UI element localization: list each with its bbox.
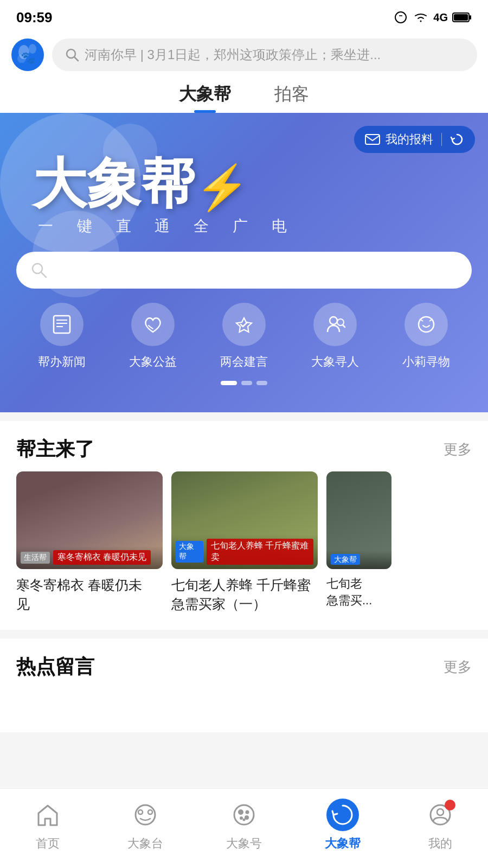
svg-point-26 <box>138 810 143 814</box>
nav-home-icon <box>31 799 64 831</box>
dot-2 <box>241 381 252 385</box>
svg-point-19 <box>330 317 337 324</box>
banner-subtitle: 一 键 直 通 全 广 电 <box>38 216 472 237</box>
quick-icon-gongyi[interactable]: 大象公益 <box>129 303 177 370</box>
gongyi-label: 大象公益 <box>129 354 177 370</box>
svg-point-31 <box>240 816 243 820</box>
svg-point-25 <box>136 805 155 825</box>
news-card-1-overlay: 生活帮 寒冬寄棉衣 春暖仍未见 <box>16 546 163 569</box>
nav-daxiangbang-icon <box>326 799 359 831</box>
hot-comments-more[interactable]: 更多 <box>444 658 472 676</box>
xunwu-icon <box>404 303 448 346</box>
badge-dot <box>445 800 455 810</box>
quick-icon-lianghui[interactable]: 两会建言 <box>220 303 268 370</box>
hot-comments-section: 热点留言 更多 <box>0 639 488 732</box>
svg-line-11 <box>74 57 78 61</box>
nav-daxianghao-icon <box>228 799 260 831</box>
svg-line-21 <box>343 325 345 327</box>
svg-rect-4 <box>454 14 468 21</box>
carousel-dots <box>16 381 472 385</box>
nav-daxianghao[interactable]: 大象号 <box>226 799 262 852</box>
xunren-icon <box>313 303 357 346</box>
svg-text:🐾: 🐾 <box>21 50 36 65</box>
svg-line-14 <box>41 272 46 277</box>
bangban-icon <box>40 303 84 346</box>
banner: 我的报料 大象帮⚡ 一 键 直 通 全 广 电 <box>0 113 488 412</box>
svg-point-28 <box>234 805 254 825</box>
envelope-icon <box>365 133 380 145</box>
bangzhu-section: 帮主来了 更多 生活帮 寒冬寄棉衣 春暖仍未见 <box>0 421 488 630</box>
lianghui-label: 两会建言 <box>220 354 268 370</box>
banner-search[interactable] <box>16 252 472 289</box>
source-tag-1: 生活帮 <box>21 552 50 564</box>
quick-icon-xunwu[interactable]: 小莉寻物 <box>402 303 450 370</box>
banner-main-title: 大象帮⚡ <box>33 156 472 210</box>
nav-home-label: 首页 <box>36 835 60 852</box>
news-card-1[interactable]: 生活帮 寒冬寄棉衣 春暖仍未见 寒冬寄棉衣 春暖仍未见 <box>16 471 163 614</box>
status-bar: 09:59 4G <box>0 0 488 33</box>
nav-daxiangtai-label: 大象台 <box>127 835 163 852</box>
svg-point-22 <box>419 317 434 332</box>
app-logo[interactable]: 🐾 <box>11 38 44 72</box>
divider <box>441 133 442 146</box>
hot-comments-title: 热点留言 <box>16 654 94 680</box>
network-type: 4G <box>433 11 448 24</box>
lightning-icon: ⚡ <box>195 163 249 212</box>
svg-rect-12 <box>365 135 380 144</box>
hot-comments-header: 热点留言 更多 <box>0 639 488 689</box>
my-report-label: 我的报料 <box>386 131 433 148</box>
news-tag-1: 寒冬寄棉衣 春暖仍未见 <box>53 550 151 565</box>
status-icons: 4G <box>393 11 472 24</box>
svg-point-32 <box>245 815 249 820</box>
nav-home[interactable]: 首页 <box>31 799 64 852</box>
refresh-icon <box>450 132 464 146</box>
svg-point-35 <box>437 809 444 815</box>
news-card-3[interactable]: 大象帮 七旬老急需买... <box>326 471 391 614</box>
news-card-3-overlay: 大象帮 <box>326 550 391 569</box>
tab-paike[interactable]: 拍客 <box>274 82 309 113</box>
gongyi-icon <box>131 303 175 346</box>
status-time: 09:59 <box>16 9 53 26</box>
news-card-2-image: 大象帮 七旬老人养蜂 千斤蜂蜜难卖 <box>171 471 318 569</box>
svg-point-29 <box>238 809 243 815</box>
svg-point-27 <box>148 810 152 814</box>
nav-mine-icon <box>424 799 457 831</box>
news-tag-2: 七旬老人养蜂 千斤蜂蜜难卖 <box>207 539 313 565</box>
xunwu-label: 小莉寻物 <box>402 354 450 370</box>
my-report-button[interactable]: 我的报料 <box>354 126 475 153</box>
news-card-1-title: 寒冬寄棉衣 春暖仍未见 <box>16 576 163 614</box>
battery-icon <box>452 11 472 23</box>
dot-1 <box>221 381 237 385</box>
signal-icon <box>393 11 408 23</box>
svg-rect-3 <box>470 15 471 20</box>
wifi-icon <box>413 11 429 23</box>
search-placeholder: 河南你早 | 3月1日起，郑州这项政策停止；乘坐进... <box>85 46 381 63</box>
svg-point-30 <box>245 810 249 814</box>
news-card-2[interactable]: 大象帮 七旬老人养蜂 千斤蜂蜜难卖 七旬老人养蜂 千斤蜂蜜急需买家（一） <box>171 471 318 614</box>
news-card-2-title: 七旬老人养蜂 千斤蜂蜜急需买家（一） <box>171 576 318 614</box>
quick-icons: 帮办新闻 大象公益 两会建言 <box>16 303 472 370</box>
nav-daxiangbang[interactable]: 大象帮 <box>325 799 361 852</box>
search-bar[interactable]: 河南你早 | 3月1日起，郑州这项政策停止；乘坐进... <box>52 39 477 71</box>
hot-comments-content <box>0 689 488 732</box>
svg-point-33 <box>242 819 245 821</box>
nav-mine[interactable]: 我的 <box>424 799 457 852</box>
tab-daxiangbang[interactable]: 大象帮 <box>179 82 231 113</box>
nav-daxiangtai-icon <box>129 799 162 831</box>
bangban-label: 帮办新闻 <box>38 354 86 370</box>
news-card-2-overlay: 大象帮 七旬老人养蜂 千斤蜂蜜难卖 <box>171 534 318 569</box>
nav-mine-label: 我的 <box>428 835 452 852</box>
banner-title-area: 大象帮⚡ 一 键 直 通 全 广 电 <box>33 156 472 237</box>
quick-icon-xunren[interactable]: 大象寻人 <box>311 303 359 370</box>
svg-point-0 <box>395 12 406 23</box>
bangzhu-header: 帮主来了 更多 <box>0 421 488 471</box>
nav-daxiangtai[interactable]: 大象台 <box>127 799 163 852</box>
search-icon <box>65 48 79 62</box>
svg-rect-15 <box>54 316 70 333</box>
bangzhu-more[interactable]: 更多 <box>444 440 472 459</box>
nav-daxiangbang-label: 大象帮 <box>325 835 361 852</box>
source-tag-3: 大象帮 <box>331 554 360 565</box>
header: 🐾 河南你早 | 3月1日起，郑州这项政策停止；乘坐进... <box>0 33 488 77</box>
quick-icon-bangbannews[interactable]: 帮办新闻 <box>38 303 86 370</box>
source-tag-2: 大象帮 <box>176 541 203 563</box>
